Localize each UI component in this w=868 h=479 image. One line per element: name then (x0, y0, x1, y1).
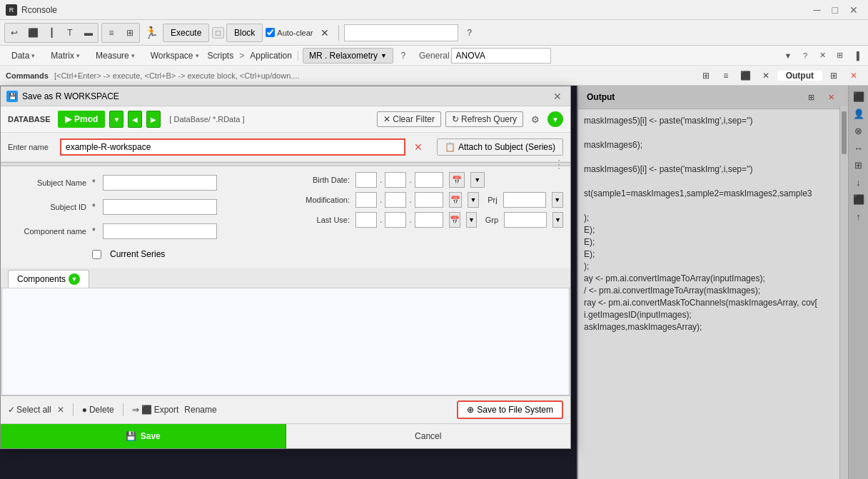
menu-scripts[interactable]: Scripts (208, 51, 234, 61)
clear-filter-button[interactable]: ✕ Clear Filter (377, 111, 441, 127)
anova-input[interactable] (451, 48, 551, 64)
menu-application[interactable]: Application (250, 51, 292, 61)
mod-cal-button[interactable]: 📅 (449, 192, 462, 208)
play-icon: ▶ (65, 114, 71, 124)
toolbar-save-button[interactable]: ┃ (43, 24, 60, 41)
menu-layout-icon[interactable]: ⊞ (832, 49, 847, 63)
commands-text: [<Ctrl+Enter> -> execute, <Ctrl+B> -> ex… (54, 71, 300, 80)
export-button[interactable]: ⇒ ⬛ Export (132, 405, 179, 415)
select-all-button[interactable]: ✓ Select all (8, 405, 51, 415)
attach-to-subject-button[interactable]: 📋 Attach to Subject (Series) (437, 138, 563, 156)
export-icon-right: ⬛ (141, 405, 152, 415)
birth-date-month[interactable] (385, 172, 406, 188)
subject-id-required: * (92, 202, 96, 212)
block-button[interactable]: Block (226, 24, 263, 42)
enter-name-label: Enter name (8, 143, 54, 151)
lu-year[interactable] (415, 212, 443, 228)
current-series-checkbox[interactable] (92, 250, 101, 259)
menu-help-button[interactable]: ? (395, 47, 412, 64)
cancel-button[interactable]: Cancel (286, 424, 571, 448)
lu-day[interactable] (355, 212, 377, 228)
commands-icon3[interactable]: ⬛ (737, 67, 755, 84)
dropdown-arrow-icon[interactable]: ▼ (781, 49, 795, 63)
mod-year[interactable] (415, 192, 443, 208)
db-pmod-button[interactable]: ▶ Pmod (58, 111, 105, 128)
toolbar-close-button[interactable]: ✕ (316, 24, 333, 41)
enter-name-input[interactable] (60, 138, 405, 156)
db-dropdown-button[interactable]: ▼ (109, 111, 123, 128)
menu-workspace[interactable]: Workspace ▾ (143, 49, 206, 63)
mod-day[interactable] (355, 192, 377, 208)
toolbar-action-group: ≡ ⊞ (101, 23, 140, 43)
prj-label: Prj (488, 196, 497, 204)
commands-icon4[interactable]: ✕ (757, 67, 774, 84)
current-series-label: Current Series (110, 249, 165, 259)
minimize-button[interactable]: ─ (809, 3, 825, 17)
prj-dropdown[interactable]: ▼ (552, 192, 563, 208)
delete-button[interactable]: ● Delete (82, 405, 114, 415)
menu-measure[interactable]: Measure ▾ (89, 49, 142, 63)
save-to-file-button[interactable]: ⊕ Save to File System (457, 400, 563, 419)
toolbar-list-button[interactable]: ≡ (103, 24, 120, 41)
mod-month[interactable] (385, 192, 406, 208)
db-prev-button[interactable]: ◀ (128, 111, 142, 128)
subject-id-label: Subject ID (22, 203, 86, 211)
subject-name-input[interactable] (103, 175, 217, 191)
mr-relaxometry-dropdown[interactable]: MR . Relaxometry ▼ (303, 48, 393, 64)
db-next-button[interactable]: ▶ (146, 111, 161, 128)
autoclear-checkbox[interactable] (266, 28, 275, 37)
menu-right-icons: ▼ ? ✕ ⊞ ▐ (781, 49, 864, 63)
rename-button[interactable]: Rename (184, 405, 216, 415)
commands-icon2[interactable]: ≡ (717, 67, 735, 84)
components-tab[interactable]: Components ▼ (8, 270, 89, 288)
birth-date-day[interactable] (355, 172, 377, 188)
mod-dropdown[interactable]: ▼ (468, 192, 479, 208)
components-list[interactable] (1, 288, 570, 395)
output-close[interactable]: ✕ (845, 67, 862, 84)
form-left: Subject Name * Subject ID * Component na… (8, 172, 278, 262)
grp-dropdown[interactable]: ▼ (552, 212, 563, 228)
commands-bar: Commands [<Ctrl+Enter> -> execute, <Ctrl… (0, 66, 868, 86)
grp-label: Grp (485, 216, 498, 224)
menu-panel-icon[interactable]: ▐ (849, 49, 864, 63)
subject-id-input[interactable] (103, 199, 217, 215)
commands-icon1[interactable]: ⊞ (697, 67, 715, 84)
lu-cal-button[interactable]: 📅 (449, 212, 460, 228)
grp-input[interactable] (504, 212, 547, 228)
delete-icon: ● (82, 405, 87, 415)
birth-date-dropdown[interactable]: ▼ (470, 172, 485, 188)
birth-date-inputs: . . (355, 172, 443, 188)
toolbar-bold-button[interactable]: ▬ (80, 24, 97, 41)
birth-date-cal-button[interactable]: 📅 (449, 172, 465, 188)
toolbar-edit-group: ↩ ⬛ ┃ T ▬ (4, 23, 99, 43)
toolbar-run-icon[interactable]: 🏃 (143, 24, 160, 41)
scripts-section: Scripts > Application (208, 51, 298, 61)
dialog-close-button[interactable]: ✕ (550, 89, 565, 104)
execute-button[interactable]: Execute (163, 24, 209, 42)
menu-data[interactable]: Data ▾ (4, 49, 42, 63)
lu-month[interactable] (385, 212, 406, 228)
toolbar-new-button[interactable]: ↩ (6, 24, 23, 41)
refresh-query-button[interactable]: ↻ Refresh Query (445, 111, 523, 127)
output-icon1[interactable]: ⊞ (825, 67, 842, 84)
menu-help-icon[interactable]: ? (798, 49, 812, 63)
component-name-input[interactable] (103, 223, 217, 239)
db-settings-button[interactable]: ⚙ (528, 111, 543, 127)
matrix-menu-arrow: ▾ (76, 52, 80, 59)
enter-name-clear-button[interactable]: ✕ (414, 141, 423, 153)
birth-date-year[interactable] (415, 172, 443, 188)
close-button[interactable]: ✕ (845, 3, 862, 17)
menu-close-icon[interactable]: ✕ (815, 49, 829, 63)
toolbar-search-input[interactable] (344, 24, 458, 41)
toolbar-open-button[interactable]: ⬛ (24, 24, 41, 41)
maximize-button[interactable]: □ (828, 3, 842, 17)
prj-input[interactable] (503, 192, 546, 208)
menu-matrix[interactable]: Matrix ▾ (44, 49, 87, 63)
toolbar-grid-button[interactable]: ⊞ (121, 24, 138, 41)
toolbar-format-button[interactable]: T (61, 24, 79, 41)
help-button[interactable]: ? (461, 24, 478, 41)
enter-name-row: Enter name ✕ 📋 Attach to Subject (Series… (1, 133, 570, 162)
lu-dropdown[interactable]: ▼ (466, 212, 477, 228)
save-button[interactable]: 💾 Save (1, 424, 286, 448)
deselect-all-button[interactable]: ✕ (57, 405, 64, 415)
